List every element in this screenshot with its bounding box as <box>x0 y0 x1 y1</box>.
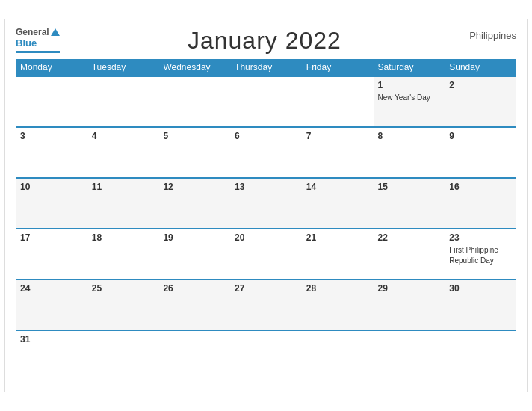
day-number: 12 <box>163 182 226 192</box>
calendar-header: General Blue January 2022 Philippines <box>16 27 516 55</box>
calendar: General Blue January 2022 Philippines Mo… <box>4 19 528 392</box>
calendar-cell: 31 <box>16 330 87 381</box>
calendar-row-2: 10111213141516 <box>16 178 516 229</box>
header-wednesday: Wednesday <box>158 59 230 76</box>
header-saturday: Saturday <box>374 59 445 76</box>
day-number: 21 <box>306 232 369 243</box>
calendar-cell <box>158 76 230 127</box>
calendar-cell: 20 <box>230 229 302 279</box>
header-friday: Friday <box>302 59 374 76</box>
calendar-cell <box>445 330 516 381</box>
calendar-grid: Monday Tuesday Wednesday Thursday Friday… <box>16 59 516 381</box>
calendar-cell: 3 <box>16 127 87 178</box>
calendar-cell: 27 <box>230 279 302 330</box>
day-number: 17 <box>20 232 83 243</box>
calendar-cell: 11 <box>87 178 159 229</box>
day-number: 27 <box>235 283 297 294</box>
day-number: 5 <box>163 131 226 141</box>
calendar-cell: 4 <box>87 127 159 178</box>
calendar-cell: 23First Philippine Republic Day <box>445 229 516 279</box>
day-event: New Year's Day <box>378 93 430 102</box>
calendar-cell: 9 <box>445 127 516 178</box>
calendar-row-4: 24252627282930 <box>16 279 516 330</box>
logo-general-text: General <box>16 27 49 37</box>
day-number: 10 <box>20 182 83 192</box>
calendar-cell: 1New Year's Day <box>374 76 445 127</box>
calendar-cell <box>87 330 159 381</box>
calendar-cell: 29 <box>374 279 445 330</box>
header-tuesday: Tuesday <box>87 59 159 76</box>
calendar-cell: 22 <box>374 229 445 279</box>
header-sunday: Sunday <box>445 59 516 76</box>
day-number: 15 <box>378 182 441 192</box>
calendar-cell <box>158 330 230 381</box>
calendar-cell: 30 <box>445 279 516 330</box>
calendar-row-1: 3456789 <box>16 127 516 178</box>
day-number: 9 <box>449 131 512 141</box>
country-label: Philippines <box>469 27 516 41</box>
calendar-cell: 2 <box>445 76 516 127</box>
calendar-cell: 5 <box>158 127 230 178</box>
logo-line <box>16 51 60 53</box>
calendar-cell <box>87 76 159 127</box>
calendar-row-0: 1New Year's Day2 <box>16 76 516 127</box>
calendar-cell: 7 <box>302 127 374 178</box>
day-number: 8 <box>378 131 441 141</box>
calendar-cell: 8 <box>374 127 445 178</box>
day-number: 1 <box>378 80 441 90</box>
day-number: 18 <box>92 232 155 243</box>
calendar-cell: 18 <box>87 229 159 279</box>
day-number: 26 <box>163 283 226 294</box>
logo-blue-text: Blue <box>16 37 37 49</box>
calendar-cell: 6 <box>230 127 302 178</box>
calendar-title: January 2022 <box>60 27 469 55</box>
calendar-cell: 14 <box>302 178 374 229</box>
day-number: 11 <box>92 182 155 192</box>
calendar-row-3: 17181920212223First Philippine Republic … <box>16 229 516 279</box>
calendar-cell <box>302 76 374 127</box>
day-number: 13 <box>235 182 297 192</box>
day-number: 7 <box>306 131 369 141</box>
day-number: 31 <box>20 334 83 344</box>
header-monday: Monday <box>16 59 87 76</box>
calendar-cell: 16 <box>445 178 516 229</box>
day-number: 6 <box>235 131 297 141</box>
calendar-cell: 15 <box>374 178 445 229</box>
calendar-cell: 13 <box>230 178 302 229</box>
calendar-row-5: 31 <box>16 330 516 381</box>
day-number: 20 <box>235 232 297 243</box>
day-number: 25 <box>92 283 155 294</box>
calendar-cell: 19 <box>158 229 230 279</box>
calendar-cell <box>302 330 374 381</box>
calendar-body: 1New Year's Day2345678910111213141516171… <box>16 76 516 381</box>
month-year-heading: January 2022 <box>60 27 469 55</box>
calendar-cell: 24 <box>16 279 87 330</box>
day-number: 22 <box>378 232 441 243</box>
calendar-cell: 25 <box>87 279 159 330</box>
logo: General Blue <box>16 27 60 53</box>
day-number: 2 <box>449 80 512 90</box>
calendar-cell: 12 <box>158 178 230 229</box>
day-number: 29 <box>378 283 441 294</box>
calendar-cell <box>230 330 302 381</box>
logo-triangle-icon <box>51 28 60 36</box>
calendar-cell: 10 <box>16 178 87 229</box>
day-number: 24 <box>20 283 83 294</box>
calendar-cell <box>374 330 445 381</box>
calendar-cell: 17 <box>16 229 87 279</box>
day-number: 14 <box>306 182 369 192</box>
day-number: 3 <box>20 131 83 141</box>
weekday-header-row: Monday Tuesday Wednesday Thursday Friday… <box>16 59 516 76</box>
day-number: 28 <box>306 283 369 294</box>
header-thursday: Thursday <box>230 59 302 76</box>
day-number: 19 <box>163 232 226 243</box>
day-number: 30 <box>449 283 512 294</box>
calendar-cell <box>16 76 87 127</box>
day-number: 4 <box>92 131 155 141</box>
day-number: 16 <box>449 182 512 192</box>
calendar-cell: 26 <box>158 279 230 330</box>
calendar-cell: 28 <box>302 279 374 330</box>
day-event: First Philippine Republic Day <box>449 246 498 265</box>
calendar-cell <box>230 76 302 127</box>
day-number: 23 <box>449 232 512 243</box>
